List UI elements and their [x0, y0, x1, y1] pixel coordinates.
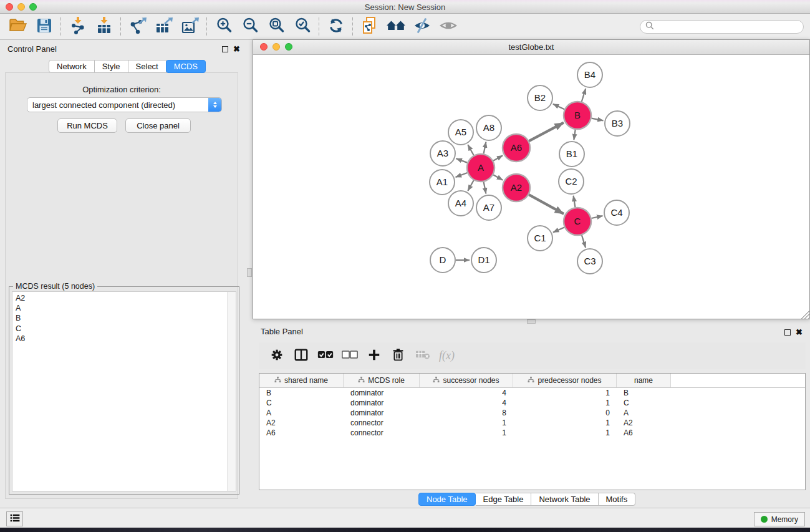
- table-cell[interactable]: 1: [513, 428, 617, 438]
- graph-node-B4[interactable]: B4: [577, 62, 602, 87]
- table-cell[interactable]: dominator: [344, 408, 420, 418]
- close-table-panel-button[interactable]: ✖: [796, 329, 803, 336]
- tab-network[interactable]: Network: [49, 60, 95, 73]
- save-session-button[interactable]: [31, 16, 57, 38]
- tab-edge-table[interactable]: Edge Table: [476, 493, 532, 506]
- vertical-splitter-grip[interactable]: [247, 268, 252, 277]
- zoom-selected-button[interactable]: [289, 16, 316, 38]
- graph-edge-A-A5[interactable]: [468, 145, 473, 155]
- table-cell[interactable]: 1: [420, 428, 513, 438]
- tab-node-table[interactable]: Node Table: [418, 493, 476, 506]
- network-canvas[interactable]: B4B2BB3A5A8A6B1A3AC2A1A2A4A7C4CC1DD1C3: [253, 55, 809, 319]
- table-cell[interactable]: 1: [513, 398, 617, 408]
- table-row[interactable]: A2connector11A2: [259, 418, 805, 428]
- table-cell[interactable]: C: [617, 398, 671, 408]
- graph-edge-A-A3[interactable]: [456, 158, 468, 163]
- graph-edge-C-C3[interactable]: [582, 235, 586, 248]
- graph-node-C3[interactable]: C3: [577, 249, 602, 274]
- graph-edge-A2-C[interactable]: [529, 195, 564, 214]
- table-cell[interactable]: A: [617, 408, 671, 418]
- table-cell[interactable]: 8: [420, 408, 513, 418]
- graph-edge-B-B3[interactable]: [592, 118, 604, 121]
- graph-node-B[interactable]: B: [564, 102, 591, 129]
- add-row-button[interactable]: [362, 345, 385, 367]
- delete-row-button[interactable]: [387, 345, 410, 367]
- open-file-button[interactable]: [5, 16, 31, 38]
- graph-node-D[interactable]: D: [430, 248, 455, 273]
- graph-node-A3[interactable]: A3: [430, 141, 455, 166]
- graph-node-C[interactable]: C: [564, 208, 591, 235]
- graph-edge-C-C2[interactable]: [574, 196, 576, 208]
- graph-edge-A-A8[interactable]: [484, 142, 486, 154]
- tab-motifs[interactable]: Motifs: [599, 493, 636, 506]
- tab-network-table[interactable]: Network Table: [531, 493, 598, 506]
- show-all-button[interactable]: [435, 16, 461, 38]
- deselect-all-button[interactable]: [338, 345, 361, 367]
- select-all-button[interactable]: [314, 345, 337, 367]
- show-columns-button[interactable]: [289, 345, 312, 367]
- task-history-button[interactable]: [6, 511, 23, 526]
- zoom-out-button[interactable]: [237, 16, 263, 38]
- memory-button[interactable]: Memory: [754, 512, 805, 526]
- table-cell[interactable]: A6: [617, 428, 671, 438]
- graph-edge-B-B1[interactable]: [574, 130, 575, 140]
- graph-node-A2[interactable]: A2: [503, 174, 530, 201]
- export-image-button[interactable]: [177, 16, 203, 38]
- mcds-result-item[interactable]: A6: [12, 334, 236, 344]
- graph-edge-B-B4[interactable]: [582, 89, 586, 102]
- graph-node-B1[interactable]: B1: [559, 142, 584, 167]
- table-cell[interactable]: 1: [513, 418, 617, 428]
- table-cell[interactable]: B: [259, 388, 344, 398]
- graph-node-B2[interactable]: B2: [528, 85, 552, 110]
- table-row[interactable]: Cdominator41C: [259, 398, 805, 408]
- mcds-result-item[interactable]: A: [12, 303, 236, 313]
- graph-node-A[interactable]: A: [467, 154, 494, 181]
- table-cell[interactable]: 0: [513, 408, 617, 418]
- column-header-shared-name[interactable]: shared name: [259, 374, 344, 387]
- graph-node-A5[interactable]: A5: [448, 120, 473, 145]
- column-header-mcds-role[interactable]: MCDS role: [344, 374, 420, 387]
- mcds-result-item[interactable]: C: [12, 324, 236, 334]
- close-panel-icon-button[interactable]: ✖: [233, 46, 240, 53]
- table-row[interactable]: A6connector11A6: [259, 428, 805, 438]
- graph-edge-C-C1[interactable]: [553, 227, 564, 232]
- close-panel-button[interactable]: Close panel: [125, 118, 191, 133]
- graph-node-A6[interactable]: A6: [503, 134, 530, 162]
- zoom-in-button[interactable]: [211, 16, 237, 38]
- table-row[interactable]: Bdominator41B: [259, 388, 805, 398]
- graph-edge-A-A2[interactable]: [493, 175, 503, 180]
- refresh-button[interactable]: [323, 16, 349, 38]
- graph-node-C1[interactable]: C1: [528, 226, 552, 251]
- mcds-result-item[interactable]: B: [12, 313, 236, 323]
- table-cell[interactable]: connector: [344, 418, 420, 428]
- run-mcds-button[interactable]: Run MCDS: [57, 118, 117, 133]
- table-cell[interactable]: A: [259, 408, 344, 418]
- import-table-button[interactable]: [91, 16, 117, 38]
- table-cell[interactable]: 4: [420, 388, 513, 398]
- export-table-button[interactable]: [151, 16, 177, 38]
- graph-edge-B-B2[interactable]: [553, 104, 564, 110]
- table-row[interactable]: Adominator80A: [259, 408, 805, 418]
- table-cell[interactable]: 4: [420, 398, 513, 408]
- tab-mcds[interactable]: MCDS: [166, 60, 206, 73]
- graph-node-A4[interactable]: A4: [448, 191, 473, 216]
- graph-node-A1[interactable]: A1: [430, 170, 455, 195]
- graph-edge-A-A7[interactable]: [484, 182, 486, 194]
- column-header-successor-nodes[interactable]: successor nodes: [420, 374, 513, 387]
- graph-node-D1[interactable]: D1: [471, 248, 496, 273]
- graph-node-B3[interactable]: B3: [605, 111, 630, 136]
- graph-edge-C-C4[interactable]: [591, 216, 602, 218]
- table-cell[interactable]: A2: [259, 418, 344, 428]
- table-cell[interactable]: connector: [344, 428, 420, 438]
- horizontal-splitter-grip[interactable]: [527, 319, 536, 324]
- search-box[interactable]: [640, 20, 804, 34]
- hide-selected-button[interactable]: [409, 16, 435, 38]
- graph-edge-A6-B[interactable]: [529, 123, 564, 142]
- search-input[interactable]: [657, 22, 798, 32]
- graph-node-A7[interactable]: A7: [476, 195, 501, 220]
- graph-edge-A-A4[interactable]: [468, 180, 473, 191]
- zoom-fit-button[interactable]: [263, 16, 289, 38]
- export-network-button[interactable]: [125, 16, 151, 38]
- network-window-titlebar[interactable]: testGlobe.txt: [253, 40, 809, 55]
- graph-edge-A-A1[interactable]: [456, 173, 468, 177]
